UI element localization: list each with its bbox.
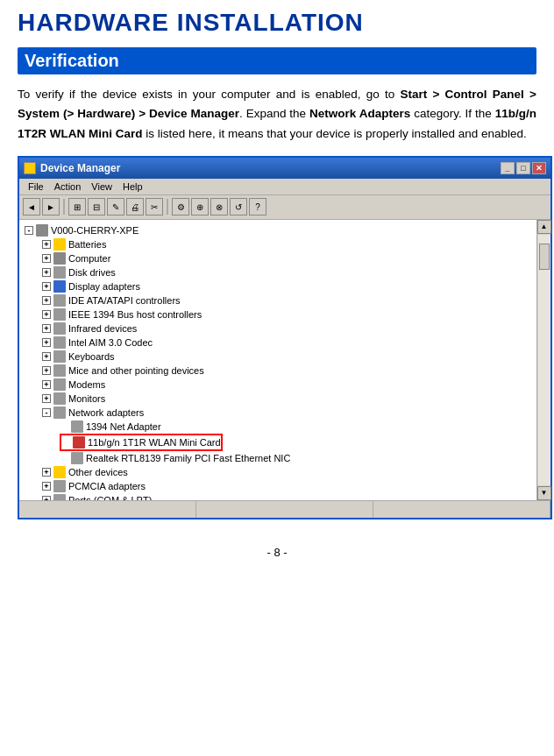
wlan-icon — [73, 436, 85, 449]
expand-intel[interactable]: + — [42, 338, 51, 347]
menu-file[interactable]: File — [23, 180, 49, 193]
close-button[interactable]: ✕ — [532, 162, 546, 174]
menu-action[interactable]: Action — [49, 180, 87, 193]
monitors-item[interactable]: + Monitors — [42, 392, 535, 406]
ieee-item[interactable]: + IEEE 1394 Bus host controllers — [42, 307, 535, 321]
intel-icon — [53, 336, 66, 349]
computer-item[interactable]: + Computer — [42, 251, 535, 265]
list-item[interactable]: + Infrared devices — [42, 321, 535, 336]
ports-label: Ports (COM & LPT) — [68, 495, 152, 500]
expand-mice[interactable]: + — [42, 366, 51, 375]
expand-ieee[interactable]: + — [42, 310, 51, 319]
monitors-label: Monitors — [68, 393, 105, 404]
toolbar-btn-1[interactable]: ⊞ — [68, 198, 86, 215]
toolbar-btn-9[interactable]: ↺ — [230, 198, 247, 215]
scroll-thumb[interactable] — [539, 244, 550, 270]
batteries-item[interactable]: + Batteries — [42, 237, 535, 251]
toolbar-btn-3[interactable]: ✎ — [107, 198, 124, 215]
toolbar-back[interactable]: ◄ — [23, 198, 40, 215]
menu-help[interactable]: Help — [117, 180, 148, 193]
page-footer: - 8 - — [18, 537, 536, 559]
toolbar-btn-5[interactable]: ✂ — [146, 198, 163, 215]
expand-computer[interactable]: + — [42, 254, 51, 263]
expand-keyboards[interactable]: + — [42, 352, 51, 361]
modems-label: Modems — [68, 379, 105, 390]
list-item[interactable]: + Computer — [42, 251, 535, 265]
maximize-button[interactable]: □ — [516, 162, 530, 174]
scroll-track[interactable] — [538, 235, 550, 485]
list-item[interactable]: + Ports (COM & LPT) — [42, 493, 535, 500]
infrared-item[interactable]: + Infrared devices — [42, 321, 535, 336]
tree-root-label[interactable]: - V000-CHERRY-XPE — [25, 223, 535, 237]
expand-infrared[interactable]: + — [42, 324, 51, 333]
window-toolbar: ◄ ► ⊞ ⊟ ✎ 🖨 ✂ ⚙ ⊕ ⊗ ↺ ? — [19, 195, 550, 220]
scrollbar[interactable]: ▲ ▼ — [536, 220, 550, 500]
ide-icon — [53, 294, 66, 307]
intel-item[interactable]: + Intel AIM 3.0 Codec — [42, 336, 535, 350]
toolbar-btn-2[interactable]: ⊟ — [88, 198, 105, 215]
keyboards-item[interactable]: + Keyboards — [42, 350, 535, 364]
toolbar-btn-4[interactable]: 🖨 — [126, 198, 144, 215]
mice-item[interactable]: + Mice and other pointing devices — [42, 364, 535, 378]
list-item[interactable]: + IDE ATA/ATAPI controllers — [42, 293, 535, 307]
tree-area[interactable]: - V000-CHERRY-XPE + Batteries — [19, 220, 536, 500]
expand-diskdrives[interactable]: + — [42, 268, 51, 277]
list-item[interactable]: + Modems — [42, 378, 535, 392]
section-header: Verification — [18, 47, 536, 74]
expand-modems[interactable]: + — [42, 380, 51, 389]
toolbar-btn-8[interactable]: ⊗ — [210, 198, 228, 215]
list-item[interactable]: + Batteries — [42, 237, 535, 251]
list-item[interactable]: + IEEE 1394 Bus host controllers — [42, 307, 535, 321]
list-item[interactable]: + Display adapters — [42, 279, 535, 293]
menu-view[interactable]: View — [86, 180, 117, 193]
other-item[interactable]: + Other devices — [42, 465, 535, 479]
list-item[interactable]: 11b/g/n 1T1R WLAN Mini Card — [60, 434, 535, 451]
expand-pcmcia[interactable]: + — [42, 482, 51, 491]
ide-item[interactable]: + IDE ATA/ATAPI controllers — [42, 293, 535, 307]
list-item[interactable]: + Disk drives — [42, 265, 535, 279]
toolbar-btn-7[interactable]: ⊕ — [191, 198, 209, 215]
expand-ports[interactable]: + — [42, 496, 51, 500]
list-item[interactable]: + Intel AIM 3.0 Codec — [42, 336, 535, 350]
diskdrives-icon — [53, 266, 66, 279]
pcmcia-item[interactable]: + PCMCIA adapters — [42, 479, 535, 493]
expand-network[interactable]: - — [42, 408, 51, 417]
list-item[interactable]: + PCMCIA adapters — [42, 479, 535, 493]
network-icon — [53, 406, 66, 419]
scroll-down-btn[interactable]: ▼ — [537, 486, 551, 500]
expand-display[interactable]: + — [42, 282, 51, 291]
diskdrives-item[interactable]: + Disk drives — [42, 265, 535, 279]
list-item[interactable]: + Keyboards — [42, 350, 535, 364]
list-item[interactable]: - Network adapters 1394 Net Adapter — [42, 406, 535, 465]
realtek-icon — [71, 452, 83, 464]
list-item[interactable]: + Monitors — [42, 392, 535, 406]
net1394-icon — [71, 420, 83, 433]
expand-batteries[interactable]: + — [42, 240, 51, 249]
scroll-up-btn[interactable]: ▲ — [537, 220, 551, 234]
modems-item[interactable]: + Modems — [42, 378, 535, 392]
ports-icon — [53, 494, 66, 500]
expand-root[interactable]: - — [25, 226, 33, 235]
list-item[interactable]: + Other devices — [42, 465, 535, 479]
list-item[interactable]: 1394 Net Adapter — [60, 420, 535, 434]
infrared-label: Infrared devices — [68, 323, 137, 334]
minimize-button[interactable]: _ — [501, 162, 515, 174]
ieee-icon — [53, 308, 66, 321]
network-item[interactable]: - Network adapters — [42, 406, 535, 420]
toolbar-btn-6[interactable]: ⚙ — [172, 198, 189, 215]
display-icon — [53, 280, 66, 293]
list-item[interactable]: + Mice and other pointing devices — [42, 364, 535, 378]
toolbar-btn-10[interactable]: ? — [249, 198, 266, 215]
expand-monitors[interactable]: + — [42, 394, 51, 403]
realtek-item[interactable]: Realtek RTL8139 Family PCI Fast Ethernet… — [60, 451, 535, 465]
expand-ide[interactable]: + — [42, 296, 51, 305]
wlan-mini-card-item[interactable]: 11b/g/n 1T1R WLAN Mini Card — [60, 434, 223, 451]
toolbar-forward[interactable]: ► — [42, 198, 60, 215]
window-statusbar — [19, 500, 550, 518]
expand-other[interactable]: + — [42, 468, 51, 477]
list-item[interactable]: Realtek RTL8139 Family PCI Fast Ethernet… — [60, 451, 535, 465]
ports-item[interactable]: + Ports (COM & LPT) — [42, 493, 535, 500]
displayadapters-item[interactable]: + Display adapters — [42, 279, 535, 293]
tree-root-item[interactable]: - V000-CHERRY-XPE + Batteries — [25, 223, 535, 500]
net-adapter-1394[interactable]: 1394 Net Adapter — [60, 420, 535, 434]
